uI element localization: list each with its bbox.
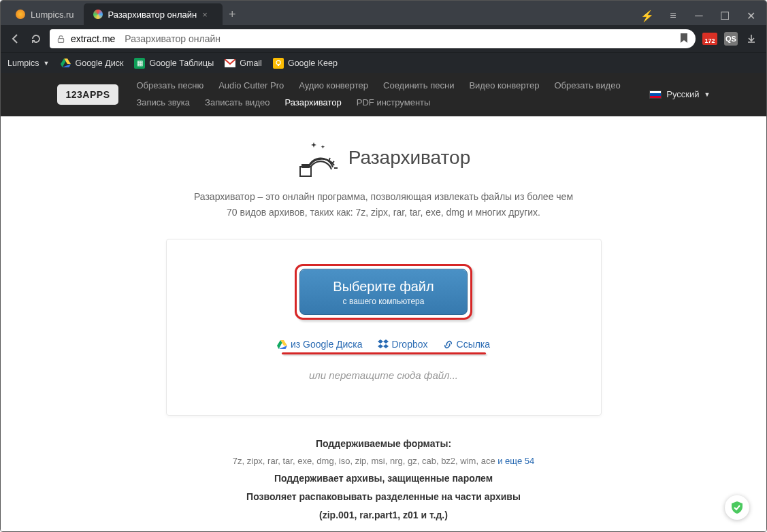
nav-link[interactable]: Видео конвертер xyxy=(469,79,539,93)
address-bar: extract.me Разархиватор онлайн 172 QS xyxy=(1,25,766,52)
button-subtitle: с вашего компьютера xyxy=(333,297,434,306)
language-label: Русский xyxy=(666,89,699,99)
source-label: Dropbox xyxy=(392,339,428,350)
source-gdrive[interactable]: из Google Диска xyxy=(277,339,363,350)
highlight-underline xyxy=(282,352,486,354)
svg-rect-5 xyxy=(301,164,310,168)
bookmark-gdrive[interactable]: Google Диск xyxy=(60,58,123,69)
favicon-extract xyxy=(93,10,103,19)
site-navbar: 123APPS Обрезать песню Audio Cutter Pro … xyxy=(1,73,766,116)
bookmark-label: Google Таблицы xyxy=(149,59,214,68)
bookmark-keep[interactable]: Google Keep xyxy=(273,58,338,69)
new-tab-button[interactable]: + xyxy=(223,7,242,25)
minimize-icon[interactable]: ─ xyxy=(693,10,705,22)
formats-heading: Поддерживаемые форматы: xyxy=(316,438,451,449)
back-icon[interactable] xyxy=(9,32,22,46)
calendar-badge[interactable]: 172 xyxy=(702,33,717,45)
nav-link-active[interactable]: Разархиватор xyxy=(284,96,341,110)
svg-rect-3 xyxy=(278,65,279,66)
hero-subtitle: Разархиватор – это онлайн программа, поз… xyxy=(1,189,766,205)
security-badge[interactable] xyxy=(725,495,749,520)
gdrive-icon xyxy=(60,58,71,69)
menu-icon[interactable]: ≡ xyxy=(667,10,679,22)
feature-password: Поддерживает архивы, защищенные паролем xyxy=(274,473,493,484)
lock-icon xyxy=(56,35,65,44)
bookmark-sheets[interactable]: ▦Google Таблицы xyxy=(134,58,214,69)
close-icon[interactable]: × xyxy=(202,10,213,20)
sheets-icon: ▦ xyxy=(134,58,145,69)
bookmark-label: Google Keep xyxy=(288,59,338,68)
favicon-lumpics xyxy=(16,10,25,19)
bookmark-label: Google Диск xyxy=(75,59,123,68)
more-formats-link[interactable]: и еще 54 xyxy=(497,456,534,466)
tab-label: Разархиватор онлайн xyxy=(108,10,197,20)
nav-link[interactable]: PDF инструменты xyxy=(357,96,431,110)
url-field[interactable]: extract.me Разархиватор онлайн xyxy=(50,29,696,48)
feature-split-sub: (zip.001, rar.part1, z01 и т.д.) xyxy=(319,510,448,520)
chevron-down-icon: ▼ xyxy=(704,91,711,98)
nav-link[interactable]: Записать видео xyxy=(205,96,270,110)
rainbow-icon xyxy=(297,139,338,177)
feature-split: Позволяет распаковывать разделенные на ч… xyxy=(246,491,521,502)
flag-ru-icon xyxy=(649,90,662,99)
svg-point-2 xyxy=(276,61,280,65)
source-row: из Google Диска Dropbox Ссылка xyxy=(187,339,581,350)
source-label: из Google Диска xyxy=(291,339,363,350)
source-label: Ссылка xyxy=(457,339,491,350)
bookmark-icon[interactable] xyxy=(679,33,689,46)
shield-icon xyxy=(730,501,744,514)
site-logo[interactable]: 123APPS xyxy=(57,84,119,105)
nav-link[interactable]: Audio Cutter Pro xyxy=(218,79,284,93)
bookmark-label: Lumpics xyxy=(7,59,39,68)
reload-icon[interactable] xyxy=(29,32,43,46)
hero-subtitle: 70 видов архивов, таких как: 7z, zipx, r… xyxy=(1,205,766,221)
tab-lumpics[interactable]: Lumpics.ru xyxy=(6,3,84,25)
hero: Разархиватор Разархиватор – это онлайн п… xyxy=(1,116,766,222)
source-dropbox[interactable]: Dropbox xyxy=(378,339,428,350)
nav-link[interactable]: Обрезать видео xyxy=(554,79,620,93)
nav-link[interactable]: Запись звука xyxy=(136,96,190,110)
nav-links: Обрезать песню Audio Cutter Pro Аудио ко… xyxy=(136,77,637,112)
nav-link[interactable]: Соединить песни xyxy=(383,79,454,93)
tab-label: Lumpics.ru xyxy=(31,10,74,20)
gmail-icon xyxy=(225,58,235,69)
formats-list: 7z, zipx, rar, tar, exe, dmg, iso, zip, … xyxy=(233,456,497,466)
extension-icon[interactable]: QS xyxy=(724,32,738,46)
bookmark-lumpics[interactable]: Lumpics▼ xyxy=(7,59,49,68)
tab-extract[interactable]: Разархиватор онлайн × xyxy=(84,3,223,25)
footer-info: Поддерживаемые форматы: 7z, zipx, rar, t… xyxy=(1,435,766,532)
svg-rect-4 xyxy=(300,167,311,176)
highlight-border: Выберите файл с вашего компьютера xyxy=(295,264,472,320)
url-title: Разархиватор онлайн xyxy=(125,33,221,44)
downloads-icon[interactable] xyxy=(745,32,758,46)
page-title: Разархиватор xyxy=(348,147,470,169)
close-window-icon[interactable]: ✕ xyxy=(745,10,757,22)
nav-link[interactable]: Аудио конвертер xyxy=(299,79,368,93)
bookmarks-bar: Lumpics▼ Google Диск ▦Google Таблицы Gma… xyxy=(1,52,766,73)
gdrive-icon xyxy=(277,340,287,349)
upload-card: Выберите файл с вашего компьютера из Goo… xyxy=(166,239,602,416)
language-selector[interactable]: Русский ▼ xyxy=(649,89,710,99)
nav-link[interactable]: Обрезать песню xyxy=(136,79,203,93)
keep-icon xyxy=(273,58,284,69)
dropbox-icon xyxy=(378,339,389,349)
viewport[interactable]: 123APPS Обрезать песню Audio Cutter Pro … xyxy=(1,73,766,532)
maximize-icon[interactable]: ☐ xyxy=(719,10,731,22)
toolbar-icons: 172 QS xyxy=(702,32,758,46)
svg-rect-0 xyxy=(58,38,63,42)
url-host: extract.me xyxy=(71,33,115,44)
link-icon xyxy=(443,339,453,350)
tab-strip: Lumpics.ru Разархиватор онлайн × + ⚡ ≡ ─… xyxy=(1,1,766,25)
choose-file-button[interactable]: Выберите файл с вашего компьютера xyxy=(299,269,467,315)
button-title: Выберите файл xyxy=(333,279,434,295)
lightning-icon[interactable]: ⚡ xyxy=(641,10,653,22)
source-link[interactable]: Ссылка xyxy=(443,339,491,350)
drag-hint: или перетащите сюда файл... xyxy=(187,369,581,381)
bookmark-label: Gmail xyxy=(240,59,262,68)
bookmark-gmail[interactable]: Gmail xyxy=(225,58,262,69)
